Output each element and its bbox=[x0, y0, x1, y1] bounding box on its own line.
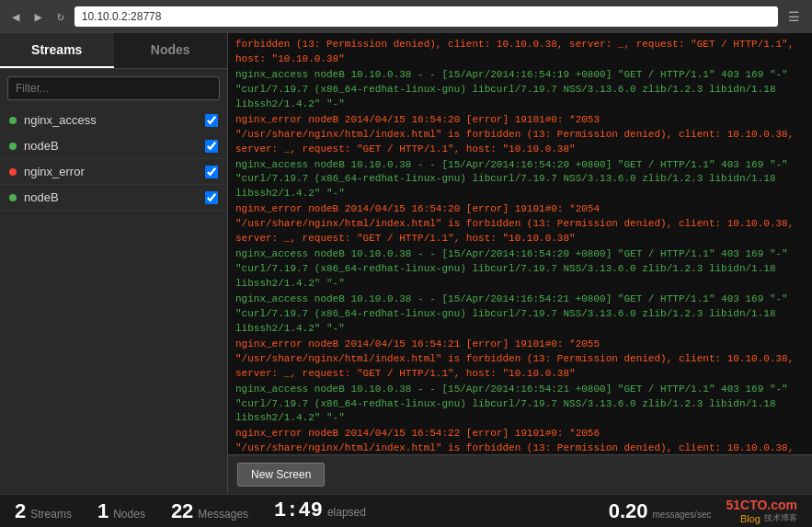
tab-nodes[interactable]: Nodes bbox=[114, 33, 228, 68]
stream-item: nginx_access bbox=[0, 108, 227, 133]
log-line: nginx_error nodeB 2014/04/15 16:54:21 [e… bbox=[235, 338, 805, 382]
log-area: forbidden (13: Permission denied), clien… bbox=[228, 33, 812, 494]
logo-main: 51CTO.com bbox=[726, 498, 797, 512]
stream-dot bbox=[9, 194, 17, 201]
streams-count: 2 bbox=[15, 499, 26, 523]
stream-dot bbox=[9, 168, 17, 176]
nodes-stat: 1 Nodes bbox=[97, 499, 145, 523]
logo-tag: 技术博客 bbox=[764, 512, 797, 524]
browser-menu-button[interactable]: ☰ bbox=[783, 7, 805, 27]
elapsed-label: elapsed bbox=[327, 506, 366, 519]
log-line: nginx_error nodeB 2014/04/15 16:54:20 [e… bbox=[235, 113, 805, 157]
sidebar: Streams Nodes nginx_accessnodeBnginx_err… bbox=[0, 33, 228, 494]
log-line: nginx_access nodeB 10.10.0.38 - - [15/Ap… bbox=[235, 383, 805, 427]
stream-name: nginx_error bbox=[24, 165, 198, 178]
stream-checkbox[interactable] bbox=[205, 140, 218, 153]
messages-stat: 22 Messages bbox=[171, 499, 248, 523]
filter-input[interactable] bbox=[7, 76, 220, 100]
log-line: nginx_access nodeB 10.10.0.38 - - [15/Ap… bbox=[235, 158, 805, 202]
browser-bar: ◀ ▶ ↻ 10.10.0.2:28778 ☰ bbox=[0, 0, 812, 33]
stream-item: nodeB bbox=[0, 185, 227, 211]
new-screen-button[interactable]: New Screen bbox=[237, 463, 325, 487]
nodes-label: Nodes bbox=[113, 508, 145, 521]
stream-item: nginx_error bbox=[0, 159, 227, 185]
stream-dot bbox=[9, 143, 17, 150]
streams-label: Streams bbox=[30, 508, 72, 521]
log-line: nginx_access nodeB 10.10.0.38 - - [15/Ap… bbox=[235, 68, 805, 112]
stream-name: nodeB bbox=[24, 139, 198, 153]
elapsed-stat: 1:49 elapsed bbox=[274, 499, 366, 522]
stream-checkbox[interactable] bbox=[205, 166, 218, 178]
stream-item: nodeB bbox=[0, 133, 227, 159]
log-line: nginx_access nodeB 10.10.0.38 - - [15/Ap… bbox=[235, 247, 805, 292]
main-container: Streams Nodes nginx_accessnodeBnginx_err… bbox=[0, 33, 812, 494]
status-bar: 2 Streams 1 Nodes 22 Messages 1:49 elaps… bbox=[0, 494, 812, 527]
url-text: 10.10.0.2:28778 bbox=[82, 10, 162, 23]
elapsed-time: 1:49 bbox=[274, 499, 323, 522]
messages-count: 22 bbox=[171, 499, 193, 523]
stream-name: nginx_access bbox=[24, 113, 198, 127]
logo: 51CTO.com Blog 技术博客 bbox=[726, 498, 797, 524]
rate-stat: 0.20 messages/sec bbox=[609, 499, 712, 523]
logo-sub: Blog bbox=[740, 513, 761, 524]
messages-label: Messages bbox=[198, 508, 248, 521]
forward-button[interactable]: ▶ bbox=[29, 7, 46, 27]
stream-checkbox[interactable] bbox=[205, 114, 218, 127]
log-line: forbidden (13: Permission denied), clien… bbox=[235, 38, 805, 67]
log-toolbar: New Screen bbox=[228, 454, 812, 494]
tab-streams[interactable]: Streams bbox=[0, 33, 114, 68]
address-bar[interactable]: 10.10.0.2:28778 bbox=[74, 6, 778, 27]
stream-name: nodeB bbox=[24, 190, 198, 204]
stream-dot bbox=[9, 117, 17, 124]
back-button[interactable]: ◀ bbox=[7, 7, 24, 27]
rate-value: 0.20 bbox=[609, 499, 648, 523]
nodes-count: 1 bbox=[97, 499, 109, 523]
log-content: forbidden (13: Permission denied), clien… bbox=[228, 33, 812, 454]
refresh-button[interactable]: ↻ bbox=[52, 7, 69, 26]
log-line: nginx_access nodeB 10.10.0.38 - - [15/Ap… bbox=[235, 292, 805, 337]
streams-stat: 2 Streams bbox=[15, 499, 72, 523]
log-line: nginx_error nodeB 2014/04/15 16:54:22 [e… bbox=[235, 427, 805, 454]
sidebar-tabs: Streams Nodes bbox=[0, 33, 227, 69]
log-line: nginx_error nodeB 2014/04/15 16:54:20 [e… bbox=[235, 202, 805, 246]
stream-checkbox[interactable] bbox=[205, 191, 218, 204]
stream-list: nginx_accessnodeBnginx_errornodeB bbox=[0, 108, 227, 494]
rate-label: messages/sec bbox=[653, 510, 712, 521]
